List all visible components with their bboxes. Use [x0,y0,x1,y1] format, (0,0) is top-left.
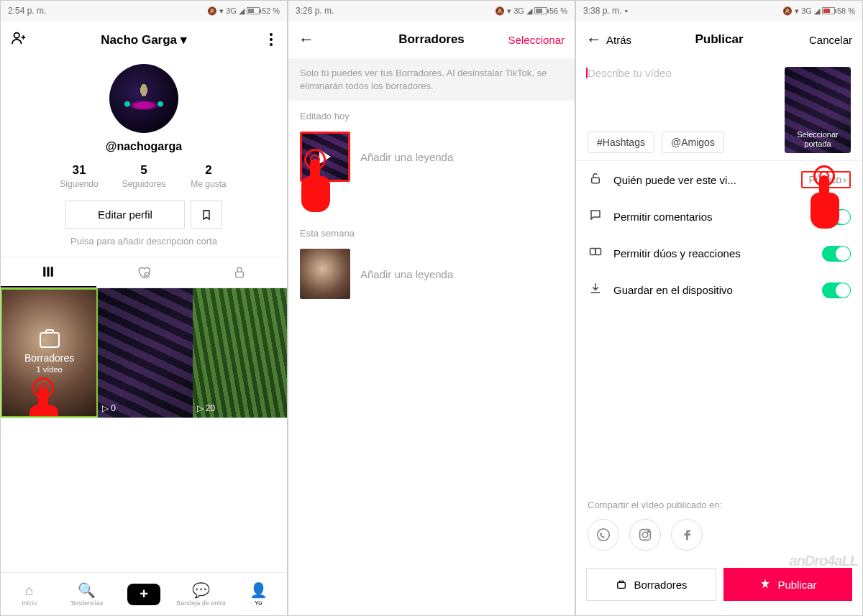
duets-toggle[interactable] [822,246,851,262]
draft-row[interactable]: Añadir una leyenda [288,244,575,303]
status-time: 3:26 p. m. [296,6,334,16]
status-right: 🔕▾3G◢ 56 % [495,6,567,16]
nav-trends[interactable]: 🔍Tendencias [58,581,116,607]
video-cell[interactable]: ▷ 0 [98,288,192,418]
status-bar: 3:38 p. m. ▪ 🔕▾3G◢ 58 % [576,1,862,21]
cover-selector[interactable]: Seleccionar portada [785,67,851,153]
status-time: 3:38 p. m. ▪ [583,6,628,16]
description-section: Describe tu vídeo #Hashtags @Amigos Sele… [576,58,862,160]
share-instagram-icon[interactable] [629,519,661,551]
section-header: Esta semana [288,186,575,244]
draft-thumbnail[interactable] [300,132,350,182]
svg-rect-5 [235,272,243,277]
profile-name-dropdown[interactable]: Nacho Garga ▾ [101,32,187,47]
drafts-button[interactable]: Borradores [586,568,716,601]
avatar[interactable] [109,64,178,133]
publish-button[interactable]: Publicar [723,568,852,601]
svg-rect-13 [618,582,626,588]
svg-rect-3 [51,267,53,277]
page-title: Publicar [695,32,743,47]
cover-label: Seleccionar portada [785,130,851,149]
svg-point-11 [642,532,647,537]
status-bar: 3:26 p. m. 🔕▾3G◢ 56 % [288,1,575,21]
video-grid: Borradores 1 vídeo ▷ 0 ▷ 20 [1,288,287,418]
svg-point-12 [648,531,649,533]
description-input[interactable]: Describe tu vídeo [588,67,775,79]
status-bar: 2:54 p. m. 🔕▾3G◢ 52 % [1,1,287,21]
stat-likes[interactable]: 2Me gusta [186,163,231,189]
drafts-topbar: ← Borradores Seleccionar [288,21,575,58]
select-button[interactable]: Seleccionar [508,34,565,46]
nav-inbox[interactable]: 💬Bandeja de entra [173,581,230,607]
play-icon [319,150,331,164]
status-right: 🔕▾3G◢ 52 % [207,6,280,16]
svg-point-0 [14,32,19,37]
caption-placeholder: Añadir una leyenda [360,151,453,163]
bookmark-button[interactable] [191,201,222,229]
drafts-icon [40,332,60,348]
profile-screen: 2:54 p. m. 🔕▾3G◢ 52 % Nacho Garga ▾ @nac… [0,0,288,616]
publish-topbar: ←Atrás Publicar Cancelar [576,21,862,58]
watermark: anDro4aLL [790,553,858,569]
privacy-row[interactable]: Quién puede ver este vi... Público › [576,161,862,198]
svg-rect-7 [590,249,596,255]
publish-screen: 3:38 p. m. ▪ 🔕▾3G◢ 58 % ←Atrás Publicar … [575,0,863,616]
publish-settings: Quién puede ver este vi... Público › Per… [576,160,862,308]
draft-row[interactable]: Añadir una leyenda [288,127,575,186]
nav-add[interactable]: + [115,584,173,605]
tab-liked[interactable] [96,257,192,288]
share-facebook-icon[interactable] [671,519,703,551]
friends-button[interactable]: @Amigos [662,132,724,153]
duets-row[interactable]: Permitir dúos y reacciones [576,235,862,272]
svg-rect-1 [44,267,46,277]
share-whatsapp-icon[interactable] [588,519,619,551]
page-title: Borradores [398,32,465,47]
nav-me[interactable]: 👤Yo [229,581,287,607]
profile-topbar: Nacho Garga ▾ [1,21,287,58]
status-time: 2:54 p. m. [8,6,46,16]
save-toggle[interactable] [822,282,851,298]
drafts-cell[interactable]: Borradores 1 vídeo [1,288,98,418]
draft-thumbnail[interactable] [300,249,350,299]
save-row[interactable]: Guardar en el dispositivo [576,272,862,308]
info-banner: Solo tú puedes ver tus Borradores. Al de… [288,58,575,101]
bio-placeholder[interactable]: Pulsa para añadir descripción corta [70,236,217,247]
stats-row: 31Siguiendo 5Seguidores 2Me gusta [57,163,231,189]
svg-rect-8 [595,249,601,255]
cancel-button[interactable]: Cancelar [809,34,852,46]
comments-toggle[interactable] [822,209,851,225]
unlock-icon [588,172,603,188]
view-count: ▷ 20 [197,403,215,413]
back-button[interactable]: ←Atrás [586,30,631,49]
caption-placeholder: Añadir una leyenda [360,268,453,280]
section-header: Editado hoy [288,101,575,127]
drafts-screen: 3:26 p. m. 🔕▾3G◢ 56 % ← Borradores Selec… [288,0,575,616]
back-icon[interactable]: ← [298,30,314,49]
hashtags-button[interactable]: #Hashtags [588,132,654,153]
view-count: ▷ 0 [102,403,116,413]
svg-rect-2 [47,267,50,277]
tab-private[interactable] [191,257,287,288]
edit-profile-button[interactable]: Editar perfil [65,201,185,229]
bottom-nav: ⌂Inicio 🔍Tendencias + 💬Bandeja de entra … [1,572,287,615]
stat-followers[interactable]: 5Seguidores [122,163,166,189]
share-section: Compartir el vídeo publicado en: [576,489,862,561]
profile-section: @nachogarga 31Siguiendo 5Seguidores 2Me … [1,58,287,257]
video-cell[interactable]: ▷ 20 [193,288,287,418]
duet-icon [588,245,603,262]
username-handle: @nachogarga [106,140,182,153]
svg-point-9 [598,529,610,541]
stat-following[interactable]: 31Siguiendo [57,163,101,189]
nav-home[interactable]: ⌂Inicio [1,582,58,607]
more-menu-icon[interactable] [265,29,277,50]
status-right: 🔕▾3G◢ 58 % [782,6,855,16]
tab-grid[interactable] [1,257,96,288]
comment-icon [588,208,603,225]
share-label: Compartir el vídeo publicado en: [588,500,851,510]
comments-row[interactable]: Permitir comentarios [576,198,862,235]
svg-rect-6 [592,178,600,183]
content-tabs [1,257,287,288]
download-icon [588,282,603,298]
privacy-value[interactable]: Público › [801,171,851,188]
add-user-icon[interactable] [11,30,27,50]
